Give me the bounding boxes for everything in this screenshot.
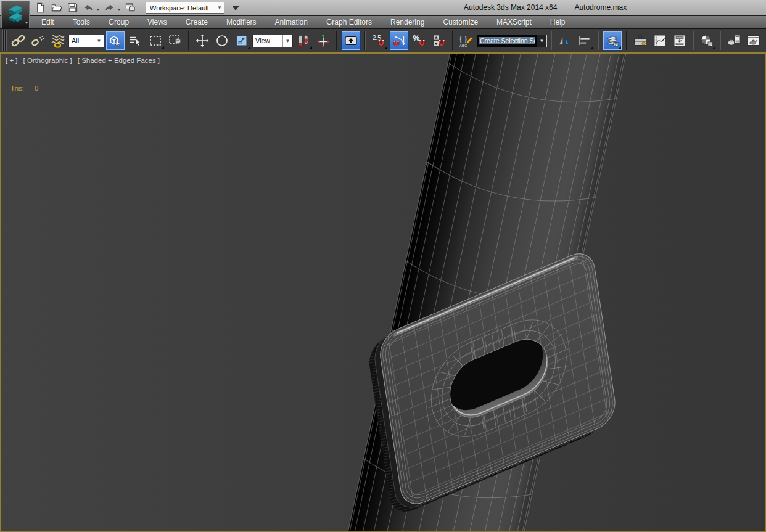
viewport-label: [ + ] [ Orthographic ] [ Shaded + Edged … bbox=[6, 57, 160, 64]
quick-access-flyout-button[interactable] bbox=[231, 6, 240, 10]
selection-filter-dropdown[interactable]: All▼ bbox=[68, 35, 104, 47]
schematic-icon bbox=[672, 33, 687, 48]
menu-animation[interactable]: Animation bbox=[266, 16, 317, 28]
mirror-button[interactable] bbox=[556, 31, 574, 50]
menu-create[interactable]: Create bbox=[176, 16, 217, 28]
projectWindow-icon bbox=[125, 2, 136, 14]
flyout-triangle-icon bbox=[233, 7, 238, 10]
spinnerSnap-icon bbox=[432, 33, 447, 48]
selectObject-icon bbox=[108, 33, 123, 48]
menu-edit[interactable]: Edit bbox=[32, 16, 64, 28]
toolbar-separator bbox=[452, 31, 453, 50]
toolbar-separator bbox=[551, 31, 552, 50]
viewport-statistics: Tris: 0 bbox=[10, 84, 38, 92]
tris-value: 0 bbox=[35, 84, 38, 92]
reference-coordinate-system-dropdown-value: View bbox=[253, 37, 282, 44]
toolbar-separator bbox=[364, 31, 366, 50]
viewport-menu-general[interactable]: [ + ] bbox=[6, 57, 18, 64]
use-pivot-point-center-button[interactable] bbox=[294, 31, 313, 50]
reference-coordinate-system-dropdown[interactable]: View▼ bbox=[252, 35, 293, 47]
redoArrow-icon bbox=[104, 2, 115, 14]
rendered-frame-window-button[interactable] bbox=[744, 31, 763, 50]
unlink-selection-button[interactable] bbox=[29, 31, 47, 50]
select-and-manipulate-button[interactable] bbox=[314, 31, 332, 50]
menu-maxscript[interactable]: MAXScript bbox=[487, 16, 541, 28]
snaps-toggle[interactable]: 2.5 bbox=[369, 31, 388, 50]
renderSetup-icon bbox=[727, 33, 741, 48]
link-icon bbox=[11, 33, 26, 48]
rectangular-selection-region-button[interactable] bbox=[146, 31, 165, 50]
ribbon-toggle-button[interactable] bbox=[631, 31, 649, 50]
spinner-snap-toggle[interactable] bbox=[430, 31, 448, 50]
project-toolbar-button[interactable] bbox=[123, 1, 138, 14]
windowCrossing-icon bbox=[168, 33, 183, 48]
saveFloppy-icon bbox=[67, 2, 78, 14]
undo-button[interactable] bbox=[81, 1, 96, 14]
viewport-menu-pov[interactable]: [ Orthographic ] bbox=[23, 57, 72, 64]
flyout-corner-icon bbox=[309, 46, 312, 49]
layer-manager-button[interactable] bbox=[603, 31, 622, 51]
redo-button[interactable] bbox=[102, 1, 117, 14]
open-file-button[interactable] bbox=[49, 1, 64, 14]
manipulate-icon bbox=[316, 33, 331, 48]
new-scene-button[interactable] bbox=[33, 1, 47, 14]
menu-tools[interactable]: Tools bbox=[64, 16, 99, 28]
menu-customize[interactable]: Customize bbox=[434, 16, 487, 28]
toolbar-separator bbox=[693, 31, 694, 50]
keyboard-shortcut-override-toggle[interactable] bbox=[341, 31, 361, 51]
kbd-icon bbox=[344, 33, 358, 48]
toolbar-grip-left[interactable] bbox=[2, 30, 7, 51]
select-and-scale-button[interactable] bbox=[233, 31, 251, 50]
menu-views[interactable]: Views bbox=[138, 16, 176, 28]
curve-editor-button[interactable] bbox=[651, 31, 669, 50]
select-and-move-button[interactable] bbox=[193, 31, 212, 50]
workspace-dropdown-value: Workspace: Default bbox=[146, 4, 215, 12]
schematic-view-button[interactable] bbox=[670, 31, 689, 50]
percent-snap-toggle[interactable]: % bbox=[410, 31, 429, 50]
window-crossing-button[interactable] bbox=[166, 31, 184, 50]
svg-text:%: % bbox=[413, 34, 420, 43]
openFolder-icon bbox=[51, 2, 62, 14]
save-file-button[interactable] bbox=[65, 1, 80, 14]
select-and-rotate-button[interactable] bbox=[213, 31, 231, 50]
named-selection-sets-dropdown-value: Create Selection Se bbox=[479, 37, 535, 44]
svg-text:{ }: { } bbox=[459, 34, 467, 43]
named-selection-sets-dropdown[interactable]: Create Selection Se▼ bbox=[477, 35, 547, 47]
menu-rendering[interactable]: Rendering bbox=[381, 16, 434, 28]
app-title: Autodesk 3ds Max 2014 x64 bbox=[464, 3, 557, 12]
chevron-down-icon: ▾ bbox=[25, 20, 28, 25]
toolbar-separator bbox=[598, 31, 599, 50]
angle-snap-toggle[interactable] bbox=[389, 31, 409, 51]
editSel-icon: { }ABC bbox=[459, 33, 474, 48]
material-editor-button[interactable] bbox=[698, 31, 716, 50]
main-toolbar: All▼View▼2.5%{ }ABCCreate Selection Se▼ bbox=[0, 28, 766, 52]
select-and-link-button[interactable] bbox=[9, 31, 28, 50]
align-button[interactable] bbox=[575, 31, 594, 50]
flyout-corner-icon bbox=[590, 46, 593, 49]
undo-button-flyout[interactable]: ▾ bbox=[97, 7, 99, 12]
angleSnap-icon bbox=[392, 33, 406, 48]
redo-button-flyout[interactable]: ▾ bbox=[118, 7, 120, 12]
menu-modifiers[interactable]: Modifiers bbox=[217, 16, 266, 28]
chevron-down-icon: ▼ bbox=[94, 35, 104, 47]
menu-group[interactable]: Group bbox=[99, 16, 138, 28]
selection-filter-dropdown-value: All bbox=[69, 37, 94, 44]
menu-graph-editors[interactable]: Graph Editors bbox=[317, 16, 381, 28]
workspace-dropdown[interactable]: Workspace: Default ▼ bbox=[146, 2, 224, 14]
application-menu-button[interactable]: ▾ bbox=[1, 1, 30, 28]
select-object-button[interactable] bbox=[105, 31, 125, 51]
viewport-canvas[interactable] bbox=[1, 54, 765, 531]
toolbar-separator bbox=[336, 31, 337, 50]
bind-to-space-warp-button[interactable] bbox=[49, 31, 67, 50]
toolbox-icon bbox=[633, 33, 648, 48]
viewport-menu-shading[interactable]: [ Shaded + Edged Faces ] bbox=[78, 57, 160, 64]
selectByName-icon bbox=[128, 33, 143, 48]
render-setup-button[interactable] bbox=[725, 31, 743, 50]
flyout-corner-icon bbox=[712, 46, 715, 49]
menu-help[interactable]: Help bbox=[541, 16, 575, 28]
flyout-corner-icon bbox=[247, 46, 250, 49]
curve-icon bbox=[653, 33, 667, 48]
viewport[interactable]: [ + ] [ Orthographic ] [ Shaded + Edged … bbox=[0, 52, 766, 532]
select-by-name-button[interactable] bbox=[126, 31, 145, 50]
edit-named-selection-sets-button[interactable]: { }ABC bbox=[457, 31, 476, 50]
